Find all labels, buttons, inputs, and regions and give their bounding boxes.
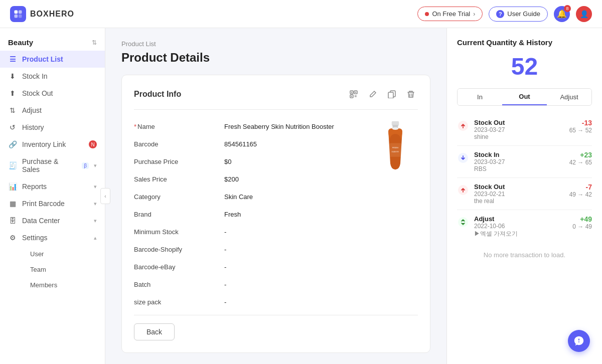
txn-memo-2: the real bbox=[474, 198, 564, 205]
info-label-2: Purchase Price bbox=[134, 153, 224, 170]
sidebar-item-stock-out[interactable]: ⬆ Stock Out bbox=[0, 85, 105, 102]
sidebar-item-data-center[interactable]: 🗄 Data Center ▾ bbox=[0, 212, 105, 229]
sidebar-label-reports: Reports bbox=[22, 183, 89, 191]
purchase-icon: 🧾 bbox=[8, 161, 17, 169]
edit-action-button[interactable] bbox=[366, 87, 380, 101]
settings-icon: ⚙ bbox=[8, 234, 17, 242]
info-label-1: Barcode bbox=[134, 135, 224, 153]
txn-range-0: 65 → 52 bbox=[569, 127, 592, 134]
txn-change-0: -13 bbox=[569, 119, 592, 127]
sidebar-item-stock-in[interactable]: ⬇ Stock In bbox=[0, 68, 105, 85]
info-value-6: - bbox=[224, 223, 418, 241]
sidebar-item-adjust[interactable]: ⇅ Adjust bbox=[0, 102, 105, 119]
svg-rect-3 bbox=[19, 14, 22, 18]
sidebar-item-product-list[interactable]: ☰ Product List bbox=[0, 51, 105, 68]
info-label-3: Sales Price bbox=[134, 170, 224, 188]
panel-title: Current Quantity & History bbox=[457, 38, 592, 47]
txn-change-3: +49 bbox=[572, 215, 592, 223]
breadcrumb: Product List bbox=[121, 40, 430, 48]
sidebar-label-print-barcode: Print Barcode bbox=[22, 200, 89, 208]
info-label-4: Category bbox=[134, 188, 224, 206]
info-value-5: Fresh bbox=[224, 206, 418, 223]
info-label-5: Brand bbox=[134, 206, 224, 223]
svg-rect-18 bbox=[389, 143, 401, 156]
logo: BOXHERO bbox=[10, 6, 74, 22]
purchase-chevron-icon: ▾ bbox=[94, 162, 97, 169]
txn-icon-2 bbox=[457, 184, 469, 196]
svg-point-25 bbox=[458, 217, 468, 227]
txn-memo-3: ▶엑셀 가져오기 bbox=[474, 230, 567, 238]
reports-chevron-icon: ▾ bbox=[94, 184, 97, 190]
tab-in[interactable]: In bbox=[458, 89, 502, 105]
delete-action-button[interactable] bbox=[404, 87, 418, 101]
svg-rect-15 bbox=[388, 92, 393, 98]
svg-rect-10 bbox=[355, 95, 356, 96]
data-chevron-icon: ▾ bbox=[94, 218, 97, 224]
tab-out[interactable]: Out bbox=[502, 89, 547, 105]
info-value-4: Skin Care bbox=[224, 188, 418, 206]
logo-icon bbox=[10, 6, 26, 22]
qr-action-button[interactable] bbox=[347, 87, 361, 101]
history-icon: ↺ bbox=[8, 123, 17, 131]
svg-point-21 bbox=[392, 127, 399, 130]
workspace-selector[interactable]: Beauty ⇅ bbox=[0, 34, 105, 51]
sidebar-label-history: History bbox=[22, 123, 97, 131]
trial-dot bbox=[425, 12, 429, 16]
workspace-chevron-icon: ⇅ bbox=[92, 39, 97, 46]
txn-type-0: Stock Out bbox=[474, 119, 564, 126]
svg-rect-0 bbox=[15, 10, 18, 14]
txn-date-2: 2023-02-21 bbox=[474, 191, 564, 198]
sidebar-item-inventory-link[interactable]: 🔗 Inventory Link N bbox=[0, 136, 105, 153]
sidebar-item-history[interactable]: ↺ History bbox=[0, 119, 105, 136]
user-avatar-button[interactable]: 👤 bbox=[576, 6, 592, 22]
txn-type-3: Adjust bbox=[474, 215, 567, 223]
sidebar-collapse-button[interactable]: ‹ bbox=[100, 188, 110, 204]
sidebar-item-purchase-sales[interactable]: 🧾 Purchase & Sales β ▾ bbox=[0, 153, 105, 178]
trial-button[interactable]: On Free Trial › bbox=[417, 7, 483, 21]
svg-rect-13 bbox=[356, 96, 357, 97]
txn-icon-3 bbox=[457, 216, 469, 228]
settings-chevron-icon: ▴ bbox=[94, 235, 97, 241]
tab-adjust[interactable]: Adjust bbox=[547, 89, 591, 105]
product-image: FRESH SEABERRY bbox=[373, 118, 418, 173]
product-info-card: Product Info bbox=[121, 75, 430, 353]
history-tab-group: In Out Adjust bbox=[457, 88, 592, 106]
workspace-name: Beauty bbox=[8, 38, 33, 47]
notifications-button[interactable]: 🔔 8 bbox=[554, 6, 570, 22]
svg-rect-11 bbox=[356, 95, 357, 96]
sidebar-label-adjust: Adjust bbox=[22, 106, 97, 114]
sidebar-sub-item-user[interactable]: User bbox=[22, 246, 105, 262]
user-icon: 👤 bbox=[580, 10, 588, 18]
svg-rect-12 bbox=[355, 96, 356, 97]
svg-rect-1 bbox=[19, 10, 22, 14]
sidebar-item-reports[interactable]: 📊 Reports ▾ bbox=[0, 178, 105, 195]
info-label-0: Name bbox=[134, 118, 224, 135]
info-value-3: $200 bbox=[224, 170, 418, 188]
chat-button[interactable] bbox=[568, 330, 590, 352]
sidebar-item-print-barcode[interactable]: ▦ Print Barcode ▾ bbox=[0, 195, 105, 212]
data-center-icon: 🗄 bbox=[8, 217, 17, 225]
txn-date-0: 2023-03-27 bbox=[474, 126, 564, 133]
collapse-icon: ‹ bbox=[104, 194, 106, 199]
user-guide-button[interactable]: ? User Guide bbox=[489, 7, 548, 22]
sidebar-sub-item-team[interactable]: Team bbox=[22, 262, 105, 277]
sidebar: Beauty ⇅ ☰ Product List ⬇ Stock In ⬆ Sto… bbox=[0, 28, 105, 364]
info-value-10: - bbox=[224, 293, 418, 311]
guide-label: User Guide bbox=[507, 10, 540, 18]
logo-text: BOXHERO bbox=[30, 10, 74, 19]
back-button[interactable]: Back bbox=[134, 323, 175, 340]
txn-type-1: Stock In bbox=[474, 151, 564, 158]
transaction-item-0: Stock Out 2023-03-27 shine -13 65 → 52 bbox=[457, 114, 592, 146]
sidebar-label-product-list: Product List bbox=[22, 55, 97, 63]
sidebar-label-stock-out: Stock Out bbox=[22, 89, 97, 97]
txn-icon-1 bbox=[457, 152, 469, 164]
sidebar-label-purchase-sales: Purchase & Sales bbox=[22, 157, 77, 173]
info-label-6: Minimum Stock bbox=[134, 223, 224, 241]
barcode-icon: ▦ bbox=[8, 200, 17, 208]
sidebar-sub-item-members[interactable]: Members bbox=[22, 277, 105, 293]
svg-rect-9 bbox=[351, 96, 352, 97]
sidebar-item-settings[interactable]: ⚙ Settings ▴ bbox=[0, 229, 105, 246]
transaction-item-3: Adjust 2022-10-06 ▶엑셀 가져오기 +49 0 → 49 bbox=[457, 210, 592, 243]
copy-action-button[interactable] bbox=[385, 87, 399, 101]
txn-memo-1: RBS bbox=[474, 165, 564, 172]
